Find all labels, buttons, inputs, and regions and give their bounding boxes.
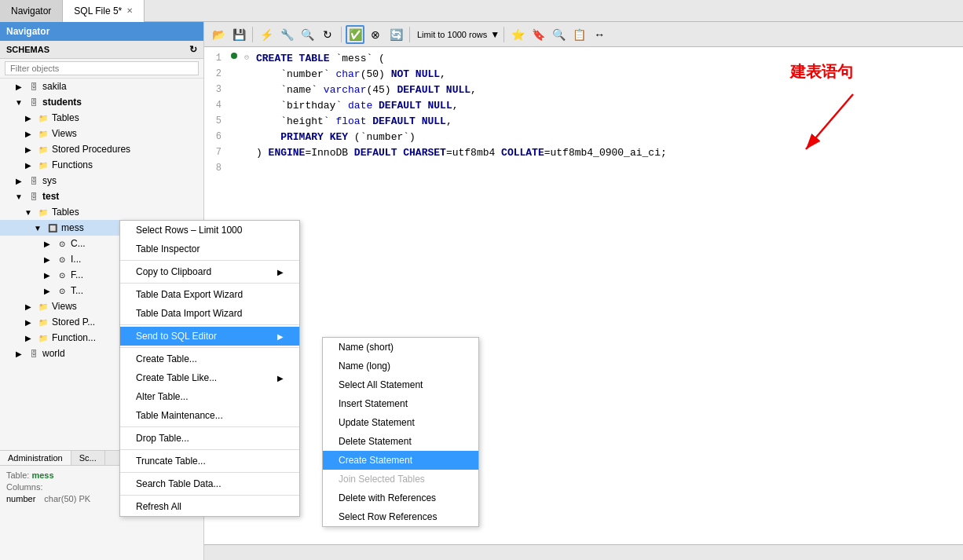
sub-label: Join Selected Tables xyxy=(339,474,425,485)
ctx-create-table-like[interactable]: Create Table Like... ▶ xyxy=(120,368,299,387)
tree-label: Views xyxy=(52,128,77,139)
sub-delete[interactable]: Delete Statement xyxy=(323,432,478,451)
ctx-import[interactable]: Table Data Import Wizard xyxy=(120,304,299,323)
ctx-select-rows[interactable]: Select Rows – Limit 1000 xyxy=(120,221,299,240)
expand-icon: ▼ xyxy=(22,206,35,218)
expand-icon: ▶ xyxy=(13,80,25,93)
toolbar-separator3 xyxy=(409,27,410,42)
line-num: 3 xyxy=(204,84,228,95)
ctx-drop-table[interactable]: Drop Table... xyxy=(120,429,299,448)
ctx-export[interactable]: Table Data Export Wizard xyxy=(120,285,299,304)
expand-icon: ▼ xyxy=(13,190,25,203)
tree-label-functions: Functions xyxy=(52,159,93,170)
folder-icon: 📁 xyxy=(37,316,49,328)
annotation-text: 建表语句 xyxy=(790,63,853,80)
col-icon: ⊙ xyxy=(56,237,68,250)
open-file-button[interactable]: 📂 xyxy=(209,25,228,44)
execute-button[interactable]: ⚡ xyxy=(257,25,276,44)
tree-node-sakila[interactable]: ▶ 🗄 sakila xyxy=(0,79,203,94)
line-num: 7 xyxy=(204,147,228,158)
expand-icon: ▶ xyxy=(22,127,35,140)
table-value: mess xyxy=(31,470,53,480)
tree-label: Function... xyxy=(52,332,96,343)
sub-delete-references[interactable]: Delete with References xyxy=(323,489,478,507)
sub-name-long[interactable]: Name (long) xyxy=(323,357,478,375)
table-icon: 🔲 xyxy=(46,221,59,234)
rollback-button[interactable]: ⊗ xyxy=(366,25,385,44)
submenu-arrow-icon: ▶ xyxy=(277,268,284,276)
tab-administration[interactable]: Administration xyxy=(0,451,71,465)
execute-select-button[interactable]: 🔧 xyxy=(277,25,296,44)
tree-label: Stored P... xyxy=(52,317,95,328)
ctx-refresh-all[interactable]: Refresh All xyxy=(120,497,299,516)
limit-dropdown-icon[interactable]: ▼ xyxy=(490,29,500,40)
top-tab-bar: Navigator SQL File 5* ✕ xyxy=(0,0,963,22)
explain-button[interactable]: 🔍 xyxy=(298,25,317,44)
commit-button[interactable]: ✅ xyxy=(346,25,364,44)
sub-insert[interactable]: Insert Statement xyxy=(323,394,478,413)
sub-label: Delete Statement xyxy=(339,436,412,447)
expand-icon: ▶ xyxy=(22,316,35,328)
sub-label: Update Statement xyxy=(339,417,415,428)
schema-icon: 🗄 xyxy=(27,96,40,108)
filter-input[interactable] xyxy=(5,61,199,75)
save-button[interactable]: 💾 xyxy=(229,25,248,44)
find-button[interactable]: 🔍 xyxy=(549,25,568,44)
tree-node-test[interactable]: ▼ 🗄 test xyxy=(0,188,203,204)
ctx-truncate-table[interactable]: Truncate Table... xyxy=(120,452,299,470)
toolbar: 📂 💾 ⚡ 🔧 🔍 ↻ ✅ ⊗ 🔄 Limit to 1000 rows ▼ ⭐… xyxy=(204,22,963,47)
refresh-icon[interactable]: ↻ xyxy=(189,44,197,55)
sub-update[interactable]: Update Statement xyxy=(323,413,478,432)
sub-label: Select All Statement xyxy=(339,379,423,390)
folder-icon: 📁 xyxy=(37,300,49,313)
submenu-arrow-icon: ▶ xyxy=(277,332,284,341)
line-marker xyxy=(228,53,240,59)
tab-sql-file[interactable]: SQL File 5* ✕ xyxy=(63,0,145,22)
tree-node-sys[interactable]: ▶ 🗄 sys xyxy=(0,173,203,188)
annotation-area: 建表语句 xyxy=(790,61,884,165)
tree-label-sakila: sakila xyxy=(42,81,67,92)
sub-select-all[interactable]: Select All Statement xyxy=(323,375,478,394)
expand-icon: ▶ xyxy=(22,331,35,344)
bookmark-button[interactable]: 🔖 xyxy=(529,25,547,44)
expand-icon: ▶ xyxy=(41,284,53,297)
navigator-header: Navigator xyxy=(0,22,203,41)
submenu-arrow-icon: ▶ xyxy=(277,374,284,382)
ctx-copy-clipboard[interactable]: Copy to Clipboard ▶ xyxy=(120,262,299,281)
schemas-header: SCHEMAS ↻ xyxy=(0,41,203,59)
tree-node-students-tables[interactable]: ▶ 📁 Tables xyxy=(0,110,203,126)
favorites-button[interactable]: ⭐ xyxy=(508,25,527,44)
limit-label: Limit to 1000 rows xyxy=(417,30,487,39)
copy-button[interactable]: 📋 xyxy=(569,25,588,44)
tab-close-icon[interactable]: ✕ xyxy=(126,6,133,15)
tree-label-stored-procedures: Stored Procedures xyxy=(52,144,130,155)
tab-schemas[interactable]: Sc... xyxy=(71,451,105,465)
tree-node-test-tables[interactable]: ▼ 📁 Tables xyxy=(0,204,203,220)
sub-create-statement[interactable]: Create Statement xyxy=(323,451,478,470)
col-icon: ⊙ xyxy=(56,284,68,297)
tree-label: I... xyxy=(71,254,81,265)
ctx-sep xyxy=(120,449,299,450)
ctx-table-inspector[interactable]: Table Inspector xyxy=(120,240,299,258)
ctx-alter-table[interactable]: Alter Table... xyxy=(120,387,299,406)
ctx-search-data[interactable]: Search Table Data... xyxy=(120,474,299,493)
folder-icon: 📁 xyxy=(37,143,49,156)
toolbar-separator2 xyxy=(341,27,342,42)
tree-node-students-functions[interactable]: ▶ 📁 Functions xyxy=(0,157,203,173)
ctx-label: Table Maintenance... xyxy=(136,410,223,421)
tree-node-students[interactable]: ▼ 🗄 students xyxy=(0,94,203,110)
ctx-table-maintenance[interactable]: Table Maintenance... xyxy=(120,406,299,425)
sub-select-row-references[interactable]: Select Row References xyxy=(323,507,478,526)
tab-navigator[interactable]: Navigator xyxy=(0,0,63,22)
sql-editor[interactable]: 1 ⊖ CREATE TABLE `mess` ( 2 `number` cha… xyxy=(204,47,963,544)
line-num: 2 xyxy=(204,68,228,79)
tree-node-students-views[interactable]: ▶ 📁 Views xyxy=(0,126,203,141)
tree-label-students: students xyxy=(42,97,82,108)
stop-button[interactable]: ↻ xyxy=(318,25,337,44)
toggle-button[interactable]: 🔄 xyxy=(386,25,405,44)
tree-node-students-stored[interactable]: ▶ 📁 Stored Procedures xyxy=(0,141,203,157)
ctx-send-to-sql[interactable]: Send to SQL Editor ▶ xyxy=(120,327,299,346)
ctx-create-table[interactable]: Create Table... xyxy=(120,350,299,368)
split-button[interactable]: ↔ xyxy=(590,25,609,44)
sub-name-short[interactable]: Name (short) xyxy=(323,338,478,357)
